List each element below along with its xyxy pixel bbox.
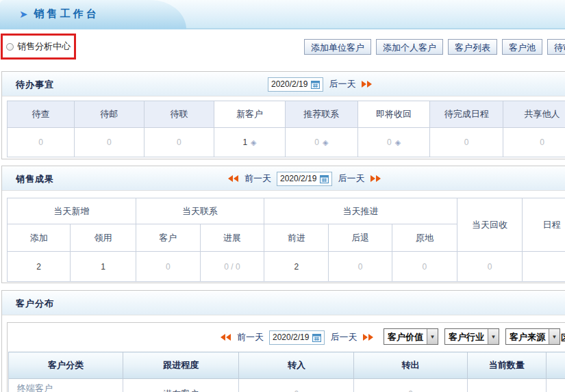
todo-value: 0 [8,128,75,157]
results-value: 0 [457,252,523,282]
col-header: 转出 [354,352,467,379]
calendar-icon[interactable] [320,174,329,183]
results-value: 0 [392,252,457,282]
results-date-input[interactable]: 2020/2/19 [277,172,332,186]
calendar-icon[interactable] [311,80,320,89]
distribution-table: 客户分类 跟进程度 转入 转出 当前数量 终端客户 潜在客户 0 0 [8,352,565,392]
distribution-section-bar: 客户分布 [2,291,565,315]
distribution-date-input[interactable]: 2020/2/19 [269,330,325,345]
customer-value-select[interactable]: 客户价值 ▼ [384,328,438,345]
radio-label: 销售分析中心 [17,40,71,53]
diamond-icon[interactable]: ◈ [251,138,256,146]
results-value: 0 [136,252,200,282]
col-header: 待完成日程 [430,101,503,128]
col-header: 待邮 [74,101,144,128]
region-filter-label: 区域 [561,332,565,344]
distribution-date-value: 2020/2/19 [273,332,309,342]
todo-value: 0 [74,128,144,157]
distribution-section: 客户分布 前一天 2020/2/19 后一天 客户价值 ▼ 客户行业 [1,290,565,392]
results-group-header-row: 当天新增 当天联系 当天推进 当天回收 日程 [8,198,565,224]
sub-header: 领用 [71,224,136,252]
col-header: 待查 [8,101,75,128]
group-header: 当天推进 [264,198,457,224]
sub-header: 前进 [264,224,329,252]
distribution-data-row: 终端客户 潜在客户 0 0 [9,379,565,392]
add-personal-customer-button[interactable]: 添加个人客户 [376,39,443,55]
todo-section: 待办事宜 2020/2/19 后一天 待查 待邮 待联 新客户 推荐联系 即将收… [1,71,565,159]
next-day-arrows-icon[interactable] [370,175,381,182]
results-section-bar: 销售成果 前一天 2020/2/19 后一天 [2,166,565,191]
col-header: 新客户 [214,101,285,128]
results-value: 1 [71,252,136,282]
distribution-header-row: 客户分类 跟进程度 转入 转出 当前数量 [9,352,565,379]
select-value: 客户价值 [384,329,427,344]
chevron-down-icon[interactable]: ▼ [427,329,438,344]
group-header: 当天新增 [8,198,136,224]
group-header: 当天联系 [136,198,264,224]
results-value: 2 [264,252,329,282]
filter-row: 客户价值 ▼ 客户行业 ▼ 客户来源 ▼ [384,328,560,345]
todo-title: 待办事宜 [16,79,54,91]
customer-pool-button[interactable]: 客户池 [502,39,542,55]
prev-day-link[interactable]: 前一天 [244,172,271,185]
prev-day-link[interactable]: 前一天 [237,331,264,343]
next-day-link[interactable]: 后一天 [329,78,355,90]
todo-value[interactable]: 1◈ [214,128,285,157]
todo-value[interactable]: 0◈ [285,128,357,157]
todo-value: 0 [430,128,503,157]
next-day-link[interactable]: 后一天 [330,331,357,343]
todo-value[interactable]: 0◈ [357,128,429,157]
chevron-down-icon[interactable]: ▼ [488,329,499,344]
empty-cell [546,379,565,392]
results-table: 当天新增 当天联系 当天推进 当天回收 日程 添加 领用 客户 进展 前进 后退… [7,198,565,282]
todo-table: 待查 待邮 待联 新客户 推荐联系 即将收回 待完成日程 共享他人 0 0 0 … [7,101,565,157]
customer-list-button[interactable]: 客户列表 [448,39,497,55]
page-title: 销售工作台 [34,8,99,21]
col-header: 共享他人 [503,101,565,128]
diamond-icon[interactable]: ◈ [323,138,328,146]
customer-source-select[interactable]: 客户来源 ▼ [505,328,560,345]
select-value: 客户行业 [445,329,488,344]
col-header: 转入 [239,352,354,379]
in-cell: 0 [239,379,354,392]
category-cell[interactable]: 终端客户 [9,379,123,392]
diamond-icon[interactable]: ◈ [395,138,401,146]
todo-date-input[interactable]: 2020/2/19 [268,77,323,92]
results-value: 2 [8,252,71,282]
results-date-value: 2020/2/19 [280,174,316,183]
prev-day-arrows-icon[interactable] [221,334,231,341]
customer-industry-select[interactable]: 客户行业 ▼ [444,328,499,345]
progress-cell: 潜在客户 [123,379,239,392]
col-header: 跟进程度 [123,352,239,379]
col-header: 客户分类 [9,352,123,379]
col-header: 当前数量 [467,352,546,379]
col-header: 待联 [144,101,214,128]
arrow-right-icon: ➤ [19,9,28,19]
sales-workbench-page: ➤ 销售工作台 销售分析中心 添加单位客户 添加个人客户 客户列表 客户池 待审… [0,0,565,392]
todo-header-row: 待查 待邮 待联 新客户 推荐联系 即将收回 待完成日程 共享他人 [8,101,565,128]
toolbar: 添加单位客户 添加个人客户 客户列表 客户池 待审核客户 [304,39,565,55]
banner-tab-curve [151,0,186,29]
sales-analysis-center-option[interactable]: 销售分析中心 [1,34,76,60]
sub-header: 添加 [8,224,71,252]
radio-icon[interactable] [6,43,14,51]
todo-value: 0 [144,128,214,157]
next-day-arrows-icon[interactable] [362,334,373,341]
next-day-arrows-icon[interactable] [361,81,372,88]
pending-review-customer-button[interactable]: 待审核客户 [547,39,565,55]
todo-date-value: 2020/2/19 [271,79,307,89]
add-company-customer-button[interactable]: 添加单位客户 [304,39,371,55]
count-cell [467,379,546,392]
sub-header: 后退 [329,224,392,252]
sub-header: 原地 [392,224,457,252]
group-header: 日程 [523,198,565,252]
calendar-icon[interactable] [312,333,321,342]
next-day-link[interactable]: 后一天 [338,172,364,185]
results-title: 销售成果 [16,173,54,185]
chevron-down-icon[interactable]: ▼ [549,329,560,344]
top-banner: ➤ 销售工作台 [0,0,565,29]
sub-header: 客户 [136,224,200,252]
col-header: 即将收回 [357,101,429,128]
col-header: 推荐联系 [285,101,357,128]
prev-day-arrows-icon[interactable] [228,175,239,182]
